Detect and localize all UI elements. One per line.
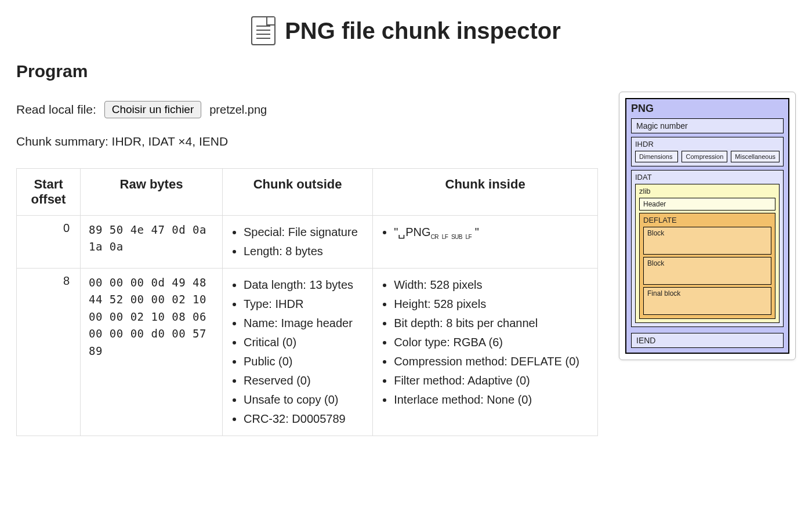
file-input-label: Read local file: [16,103,96,117]
cell-chunk-inside: Width: 528 pixels Height: 528 pixels Bit… [373,269,598,436]
cell-raw-bytes: 00 00 00 0d 49 48 44 52 00 00 02 10 00 0… [81,269,223,436]
section-heading: Program [16,61,796,81]
list-item: Bit depth: 8 bits per channel [394,315,589,332]
diagram-ihdr-box: IHDR Dimensions Compression Miscellaneou… [631,137,784,166]
diagram-deflate-block: Block [643,257,771,285]
diagram-idat-label: IDAT [635,173,780,182]
diagram-png-title: PNG [631,103,784,115]
diagram-deflate-box: DEFLATE Block Block Final block [639,213,775,319]
page-title: PNG file chunk inspector [16,16,796,45]
diagram-zlib-label: zlib [639,187,775,195]
list-item: Unsafe to copy (0) [244,391,364,408]
table-row: 8 00 00 00 0d 49 48 44 52 00 00 02 10 00… [17,269,598,436]
list-item: Data length: 13 bytes [244,277,364,293]
png-structure-diagram: PNG Magic number IHDR Dimensions Compres… [619,92,796,360]
selected-filename: pretzel.png [209,103,267,117]
diagram-png-box: PNG Magic number IHDR Dimensions Compres… [625,98,789,354]
list-item: Length: 8 bytes [244,243,364,260]
cell-raw-bytes: 89 50 4e 47 0d 0a 1a 0a [81,216,223,269]
diagram-zlib-box: zlib Header DEFLATE Block Block Final bl… [635,184,780,323]
file-input-row: Read local file: Choisir un fichier pret… [16,101,598,118]
chunk-table: Start offset Raw bytes Chunk outside Chu… [16,168,598,436]
chunk-summary: Chunk summary: IHDR, IDAT ×4, IEND [16,135,598,148]
document-icon [251,16,276,45]
col-start-offset: Start offset [17,169,81,216]
list-item: Compression method: DEFLATE (0) [394,353,589,370]
cell-offset: 8 [17,269,81,436]
diagram-deflate-block: Block [643,227,771,255]
cell-chunk-outside: Data length: 13 bytes Type: IHDR Name: I… [223,269,373,436]
list-item: Color type: RGBA (6) [394,334,589,351]
table-row: 0 89 50 4e 47 0d 0a 1a 0a Special: File … [17,216,598,269]
cell-offset: 0 [17,216,81,269]
col-chunk-inside: Chunk inside [373,169,598,216]
list-item: Type: IHDR [244,296,364,313]
diagram-ihdr-misc: Miscellaneous [731,151,780,162]
page-title-text: PNG file chunk inspector [285,18,561,44]
list-item: Reserved (0) [244,372,364,389]
list-item: Width: 528 pixels [394,277,589,293]
list-item: "␣PNGCR LF SUB LF " [394,224,589,242]
list-item: Critical (0) [244,334,364,351]
list-item: Special: File signature [244,224,364,241]
diagram-magic-number: Magic number [631,118,784,133]
list-item: Height: 528 pixels [394,296,589,313]
diagram-iend-box: IEND [631,333,784,348]
list-item: CRC-32: D0005789 [244,411,364,427]
diagram-idat-box: IDAT zlib Header DEFLATE Block Block Fin… [631,170,784,327]
list-item: Interlace method: None (0) [394,391,589,408]
cell-chunk-inside: "␣PNGCR LF SUB LF " [373,216,598,269]
col-raw-bytes: Raw bytes [81,169,223,216]
cell-chunk-outside: Special: File signature Length: 8 bytes [223,216,373,269]
diagram-ihdr-compression: Compression [682,151,727,162]
col-chunk-outside: Chunk outside [223,169,373,216]
diagram-deflate-label: DEFLATE [643,216,771,224]
diagram-ihdr-label: IHDR [635,140,780,148]
diagram-deflate-final-block: Final block [643,287,771,315]
diagram-ihdr-dimensions: Dimensions [635,151,678,162]
list-item: Name: Image header [244,315,364,332]
choose-file-button[interactable]: Choisir un fichier [104,101,202,118]
diagram-zlib-header: Header [639,198,775,211]
list-item: Filter method: Adaptive (0) [394,372,589,389]
list-item: Public (0) [244,353,364,370]
